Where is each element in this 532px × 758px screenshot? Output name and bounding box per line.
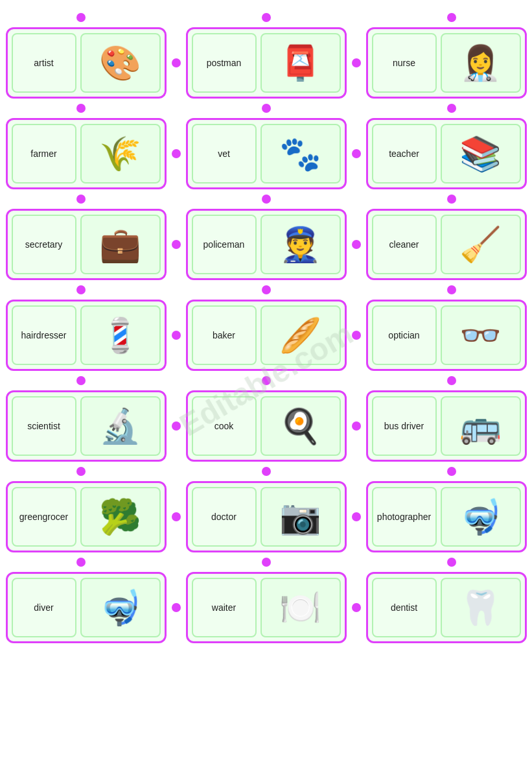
card-row-0: artist🎨postman📮nurse👩‍⚕️ [6, 27, 527, 99]
image-diver: 🤿 [80, 578, 161, 637]
image-vet: 🐾 [260, 124, 341, 184]
card-row-6: diver🤿waiter🍽️dentist🦷 [6, 572, 527, 643]
label-teacher: teacher [372, 124, 437, 184]
v-connector-dot [447, 558, 456, 567]
v-connector-dot [447, 467, 456, 476]
label-vet: vet [192, 124, 257, 184]
card-hairdresser: hairdresser💈 [6, 300, 167, 371]
v-connector-dot [76, 467, 86, 476]
v-connector-dot [447, 376, 456, 385]
image-cleaner: 🧹 [441, 215, 521, 274]
v-connector-dot [76, 285, 86, 294]
h-connector-dot [352, 331, 361, 340]
h-connector-dot [172, 240, 181, 249]
image-postman: 📮 [260, 33, 341, 93]
label-cleaner: cleaner [372, 215, 437, 274]
label-hairdresser: hairdresser [12, 305, 76, 365]
figure-policeman: 👮 [273, 215, 328, 274]
card-farmer: farmer🌾 [6, 118, 167, 189]
figure-diver: 🤿 [93, 578, 148, 637]
h-connector-dot [352, 421, 361, 431]
card-grid: artist🎨postman📮nurse👩‍⚕️farmer🌾vet🐾teach… [13, 13, 519, 643]
label-farmer: farmer [12, 124, 76, 184]
h-connector-dot [352, 149, 361, 158]
h-connector-dot [352, 512, 361, 521]
figure-vet: 🐾 [273, 124, 328, 183]
label-scientist: scientist [12, 396, 76, 456]
label-waiter: waiter [192, 578, 257, 637]
label-photographer: photographer [372, 487, 437, 547]
card-row-3: hairdresser💈baker🥖optician👓 [6, 300, 527, 371]
h-connector-dot [172, 149, 181, 158]
image-dentist: 🦷 [441, 578, 521, 637]
figure-teacher: 📚 [453, 124, 508, 183]
v-connector-dot [447, 104, 456, 113]
v-connector-dot [76, 13, 86, 22]
card-waiter: waiter🍽️ [186, 572, 347, 643]
image-secretary: 💼 [80, 215, 161, 274]
card-postman: postman📮 [186, 27, 347, 99]
card-photographer: photographer🤿 [366, 481, 527, 552]
figure-waiter: 🍽️ [273, 578, 328, 637]
h-connector-dot [352, 58, 361, 67]
label-greengrocer: greengrocer [12, 487, 76, 547]
card-row-4: scientist🔬cook🍳bus driver🚌 [6, 390, 527, 462]
card-diver: diver🤿 [6, 572, 167, 643]
image-scientist: 🔬 [80, 396, 161, 456]
card-greengrocer: greengrocer🥦 [6, 481, 167, 552]
label-nurse: nurse [372, 33, 437, 93]
v-connector-dot [76, 558, 86, 567]
card-row-5: greengrocer🥦doctor📷photographer🤿 [6, 481, 527, 552]
card-baker: baker🥖 [186, 300, 347, 371]
card-row-2: secretary💼policeman👮cleaner🧹 [6, 209, 527, 280]
image-policeman: 👮 [260, 215, 341, 274]
figure-hairdresser: 💈 [93, 306, 148, 364]
label-postman: postman [192, 33, 257, 93]
figure-dentist: 🦷 [453, 578, 508, 637]
card-vet: vet🐾 [186, 118, 347, 189]
figure-postman: 📮 [273, 34, 328, 92]
h-connector-dot [172, 603, 181, 612]
v-connector-dot [262, 13, 271, 22]
label-optician: optician [372, 305, 437, 365]
v-connector-dot [262, 376, 271, 385]
v-connector-dot [76, 376, 86, 385]
v-connector-dot [262, 467, 271, 476]
image-farmer: 🌾 [80, 124, 161, 184]
figure-farmer: 🌾 [93, 124, 148, 183]
image-teacher: 📚 [441, 124, 521, 184]
card-cleaner: cleaner🧹 [366, 209, 527, 280]
card-secretary: secretary💼 [6, 209, 167, 280]
h-connector-dot [352, 240, 361, 249]
image-cook: 🍳 [260, 396, 341, 456]
v-connector-dot [76, 104, 86, 113]
image-baker: 🥖 [260, 305, 341, 365]
card-optician: optician👓 [366, 300, 527, 371]
v-connector-dot [262, 285, 271, 294]
figure-bus-driver: 🚌 [453, 397, 508, 455]
figure-nurse: 👩‍⚕️ [453, 34, 508, 92]
label-doctor: doctor [192, 487, 257, 547]
card-teacher: teacher📚 [366, 118, 527, 189]
v-connector-dot [262, 195, 271, 204]
label-diver: diver [12, 578, 76, 637]
image-bus-driver: 🚌 [441, 396, 521, 456]
image-nurse: 👩‍⚕️ [441, 33, 521, 93]
h-connector-dot [172, 331, 181, 340]
v-connector-dot [76, 195, 86, 204]
image-hairdresser: 💈 [80, 305, 161, 365]
v-connector-dot [262, 104, 271, 113]
figure-optician: 👓 [453, 306, 508, 364]
image-waiter: 🍽️ [260, 578, 341, 637]
image-photographer: 🤿 [441, 487, 521, 547]
card-doctor: doctor📷 [186, 481, 347, 552]
h-connector-dot [172, 512, 181, 521]
card-row-1: farmer🌾vet🐾teacher📚 [6, 118, 527, 189]
v-connector-dot [447, 195, 456, 204]
v-connector-dot [262, 558, 271, 567]
figure-doctor: 📷 [273, 488, 328, 546]
image-optician: 👓 [441, 305, 521, 365]
card-policeman: policeman👮 [186, 209, 347, 280]
image-doctor: 📷 [260, 487, 341, 547]
label-dentist: dentist [372, 578, 437, 637]
